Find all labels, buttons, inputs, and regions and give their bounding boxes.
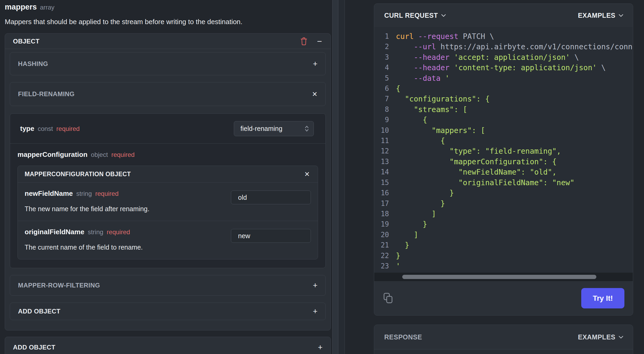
mapper-configuration-box-header: MAPPERCONFIGURATION OBJECT ✕: [18, 166, 318, 183]
schema-panel: mappers array Mappers that should be app…: [5, 0, 331, 354]
examples-dropdown[interactable]: EXAMPLES: [578, 12, 623, 19]
code-line: 4 --header 'content-type: application/js…: [374, 63, 633, 73]
code-line: 5 --data ': [374, 73, 633, 83]
new-field-name-row: newFieldName string required The new nam…: [18, 183, 318, 221]
field-renaming-section-toggle[interactable]: FIELD-RENAMING ✕: [10, 82, 326, 106]
code-line: 10 "mappers": [: [374, 125, 633, 136]
field-kind: object: [91, 151, 108, 158]
add-object-button-inner[interactable]: ADD OBJECT +: [10, 303, 326, 320]
chevron-down-icon: [441, 14, 446, 17]
code-line: 16 }: [374, 188, 633, 198]
original-field-name-input[interactable]: new: [231, 229, 311, 243]
vertical-scrollbar[interactable]: [332, 0, 338, 354]
code-line: 3 --header 'accept: application/json' \: [374, 52, 633, 63]
field-name: type: [20, 125, 34, 133]
type-select-value: field-renaming: [240, 125, 282, 132]
original-field-name-row: originalFieldName string required The cu…: [18, 221, 318, 259]
curl-panel-header: CURL REQUEST EXAMPLES: [374, 4, 633, 27]
line-number: 8: [374, 104, 396, 115]
try-it-button[interactable]: Try It!: [581, 288, 624, 308]
new-field-name-input[interactable]: old: [231, 191, 311, 204]
response-examples-dropdown[interactable]: EXAMPLES: [578, 333, 623, 341]
line-number: 9: [374, 115, 396, 125]
plus-icon: +: [313, 307, 317, 315]
line-number: 23: [374, 261, 396, 271]
line-number: 12: [374, 146, 396, 156]
curl-code-block: 1curl --request PATCH \2 --url https://a…: [374, 27, 633, 273]
line-number: 19: [374, 219, 396, 229]
line-number: 22: [374, 251, 396, 261]
line-number: 11: [374, 136, 396, 146]
mapper-configuration-section: mapperConfiguration object required MAPP…: [10, 143, 325, 268]
line-number: 20: [374, 230, 396, 240]
copy-icon[interactable]: [383, 293, 393, 304]
property-description: Mappers that should be applied to the st…: [5, 18, 331, 26]
examples-label: EXAMPLES: [578, 12, 615, 19]
code-line: 21 }: [374, 240, 633, 250]
hashing-section-toggle[interactable]: HASHING +: [10, 52, 326, 75]
horizontal-scrollbar-thumb[interactable]: [402, 275, 596, 279]
field-description: The current name of the field to rename.: [25, 244, 143, 251]
line-number: 21: [374, 240, 396, 250]
object-card-title: OBJECT: [13, 38, 39, 45]
type-select[interactable]: field-renaming: [234, 121, 314, 136]
code-line: 17 }: [374, 198, 633, 209]
object-card-actions: −: [300, 37, 322, 46]
code-line: 7 "configurations": {: [374, 94, 633, 104]
code-line: 18 ]: [374, 209, 633, 219]
code-line: 2 --url https://api.airbyte.com/v1/conne…: [374, 42, 633, 52]
code-line: 20 ]: [374, 230, 633, 240]
code-line: 9 {: [374, 115, 633, 125]
trash-icon[interactable]: [300, 37, 307, 45]
mapper-row-filtering-label: MAPPER-ROW-FILTERING: [18, 282, 100, 289]
curl-request-dropdown[interactable]: CURL REQUEST: [384, 12, 446, 19]
line-number: 5: [374, 73, 396, 83]
field-required-badge: required: [111, 151, 135, 158]
close-icon[interactable]: ✕: [304, 171, 310, 178]
add-object-label: ADD OBJECT: [13, 344, 55, 351]
code-line: 12 "type": "field-renaming",: [374, 146, 633, 156]
close-icon: ✕: [312, 91, 317, 98]
plus-icon: +: [313, 60, 317, 68]
mapper-configuration-labels: mapperConfiguration object required: [17, 151, 318, 159]
line-number: 15: [374, 178, 396, 188]
code-line: 15 "originalFieldName": "new": [374, 178, 633, 188]
response-panel-header: RESPONSE EXAMPLES: [374, 325, 633, 349]
line-number: 6: [374, 83, 396, 94]
object-card-header: OBJECT −: [5, 34, 330, 49]
line-number: 14: [374, 167, 396, 177]
field-required-badge: required: [56, 125, 80, 132]
original-field-name-info: originalFieldName string required The cu…: [25, 228, 143, 251]
chevron-down-icon: [619, 336, 623, 339]
line-number: 17: [374, 198, 396, 209]
curl-panel-footer: Try It!: [374, 281, 633, 315]
field-renaming-content: type const required field-renaming: [10, 113, 326, 268]
line-number: 18: [374, 209, 396, 219]
line-number: 7: [374, 94, 396, 104]
examples-label: EXAMPLES: [578, 333, 615, 341]
field-required-badge: required: [95, 190, 119, 197]
response-panel: RESPONSE EXAMPLES: [374, 325, 633, 354]
field-renaming-label: FIELD-RENAMING: [18, 90, 75, 98]
property-title: mappers array: [5, 3, 331, 11]
add-object-button-outer[interactable]: ADD OBJECT +: [5, 337, 331, 354]
field-required-badge: required: [107, 228, 130, 236]
select-chevrons-icon: [304, 125, 309, 132]
property-type-badge: array: [40, 4, 55, 11]
collapse-minus-icon[interactable]: −: [317, 37, 322, 46]
mapper-row-filtering-section-toggle[interactable]: MAPPER-ROW-FILTERING +: [10, 275, 326, 296]
field-kind: const: [38, 125, 53, 132]
response-title: RESPONSE: [384, 333, 422, 341]
line-number: 3: [374, 52, 396, 63]
field-kind: string: [88, 228, 103, 236]
mapper-configuration-box-title: MAPPERCONFIGURATION OBJECT: [25, 171, 131, 178]
code-line: 11 {: [374, 136, 633, 146]
hashing-label: HASHING: [18, 60, 48, 68]
chevron-down-icon: [619, 14, 623, 17]
line-number: 13: [374, 157, 396, 167]
curl-request-title: CURL REQUEST: [384, 12, 438, 19]
line-number: 1: [374, 31, 396, 42]
field-description: The new name for the field after renamin…: [25, 205, 149, 213]
property-name: mappers: [5, 3, 37, 11]
field-name: originalFieldName: [25, 228, 84, 236]
